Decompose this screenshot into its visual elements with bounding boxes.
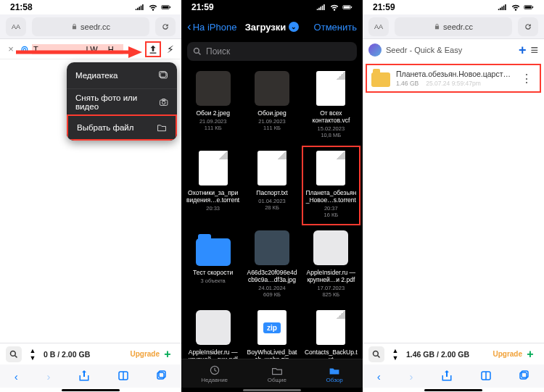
- file-thumb: [194, 70, 232, 107]
- upgrade-link[interactable]: Upgrade: [493, 350, 522, 358]
- share-button[interactable]: [442, 370, 452, 383]
- status-bar: 21:58: [0, 0, 181, 14]
- home-indicator: [181, 388, 363, 392]
- search-button[interactable]: [368, 346, 384, 362]
- address-bar[interactable]: seedr.cc: [32, 17, 149, 36]
- add-button[interactable]: +: [522, 348, 538, 361]
- file-more-button[interactable]: ⋮: [518, 72, 535, 86]
- file-item[interactable]: AppleInsider.ru — крупней…сии.pdf23.08.2…: [184, 306, 242, 359]
- file-item[interactable]: A66d3c20f096e4d cb9c9a…df3a.jpg24.01.202…: [243, 226, 300, 304]
- back-button[interactable]: ‹: [377, 370, 381, 383]
- forward-button[interactable]: ›: [46, 370, 50, 383]
- file-meta: 21.09.2023111 КБ: [258, 118, 286, 131]
- file-item[interactable]: Обои.jpeg21.09.2023111 КБ: [243, 67, 300, 145]
- lock-icon: [434, 23, 440, 30]
- add-button[interactable]: +: [519, 43, 527, 58]
- add-button[interactable]: +: [160, 348, 176, 361]
- safari-nav: ‹ ›: [0, 364, 181, 388]
- menu-media-library[interactable]: Медиатека: [67, 62, 177, 88]
- file-grid: Обои 2.jpeg21.09.2023111 КБОбои.jpeg21.0…: [181, 67, 363, 359]
- flash-icon[interactable]: ⚡︎: [164, 43, 177, 55]
- address-bar[interactable]: seedr.cc: [395, 17, 512, 36]
- file-item[interactable]: Планета_обезьян _Новое…s.torrent20:3716 …: [302, 146, 360, 225]
- svg-point-18: [194, 49, 199, 54]
- file-row[interactable]: Планета.обезьян.Новое.царствоWE… 1.46 GB…: [366, 64, 541, 93]
- file-item[interactable]: Contacts_BackUp.t xt30.05.2023: [302, 306, 360, 359]
- file-item[interactable]: AppleInsider.ru — крупней…и 2.pdf17.07.2…: [302, 226, 360, 304]
- back-button[interactable]: ‹: [15, 370, 18, 383]
- search-field[interactable]: Поиск: [187, 42, 357, 61]
- file-name: AppleInsider.ru — крупней…сии.pdf: [186, 349, 240, 359]
- file-thumb: [312, 70, 350, 107]
- file-item[interactable]: zipBoyWhoLived_bat ch_webp.zip2.09.2023: [243, 306, 300, 359]
- home-indicator: [363, 388, 544, 392]
- file-item[interactable]: Обои 2.jpeg21.09.2023111 КБ: [184, 67, 242, 145]
- svg-point-7: [162, 101, 165, 104]
- file-picker-header: ‹На iPhone Загрузки⌄ Отменить: [181, 14, 363, 39]
- url-host: seedr.cc: [443, 22, 473, 31]
- sort-button[interactable]: ▲▼: [389, 346, 402, 362]
- refresh-button[interactable]: [518, 17, 538, 36]
- svg-point-24: [374, 351, 379, 356]
- sort-button[interactable]: ▲▼: [26, 346, 39, 362]
- status-bar: 21:59: [363, 0, 544, 14]
- annotation-arrow: [16, 46, 143, 59]
- status-time: 21:58: [10, 2, 33, 12]
- upgrade-link[interactable]: Upgrade: [130, 350, 160, 358]
- file-name: Обои.jpeg: [257, 110, 286, 117]
- folder-title[interactable]: Загрузки⌄: [245, 22, 300, 33]
- upload-button[interactable]: [145, 41, 161, 57]
- file-name: Охотники_за_при видения…e.torrent: [186, 190, 240, 204]
- safari-toolbar: AA seedr.cc: [0, 14, 181, 39]
- tabs-button[interactable]: [157, 370, 167, 383]
- search-button[interactable]: [6, 346, 22, 362]
- folder-icon: [371, 72, 390, 87]
- status-time: 21:59: [373, 2, 395, 12]
- svg-rect-22: [525, 6, 532, 8]
- file-thumb: [194, 149, 232, 187]
- storage-usage: 0 B / 2.00 GB: [44, 350, 130, 359]
- bookmarks-button[interactable]: [118, 370, 128, 383]
- storage-usage: 1.46 GB / 2.00 GB: [406, 350, 493, 359]
- file-item[interactable]: Паспорт.txt01.04.202328 КБ: [243, 146, 300, 225]
- text-size-button[interactable]: AA: [6, 17, 26, 36]
- menu-button[interactable]: ≡: [530, 43, 538, 57]
- back-button[interactable]: ‹На iPhone: [187, 20, 245, 34]
- share-button[interactable]: [79, 370, 89, 383]
- file-meta: 17.07.2023825 КБ: [318, 285, 345, 298]
- bookmarks-button[interactable]: [481, 370, 491, 383]
- file-item[interactable]: Охотники_за_при видения…e.torrent20:33: [184, 146, 242, 225]
- file-item[interactable]: От всех контактов.vcf15.02.202310,8 МБ: [302, 67, 360, 145]
- safari-toolbar: AA seedr.cc: [363, 14, 544, 39]
- storage-bar: ▲▼ 1.46 GB / 2.00 GB Upgrade +: [363, 343, 544, 364]
- file-meta: 3 объекта: [201, 278, 226, 284]
- tab-recent[interactable]: Недавние: [201, 364, 228, 383]
- text-size-button[interactable]: AA: [368, 17, 389, 36]
- file-name: A66d3c20f096e4d cb9c9a…df3a.jpg: [245, 270, 299, 284]
- file-thumb: [312, 309, 350, 346]
- forward-button[interactable]: ›: [409, 370, 413, 383]
- file-thumb: [194, 229, 232, 267]
- file-item[interactable]: Тест скорости3 объекта: [184, 226, 242, 304]
- refresh-button[interactable]: [155, 17, 176, 36]
- file-name: От всех контактов.vcf: [304, 110, 358, 125]
- menu-take-photo[interactable]: Снять фото или видео: [67, 88, 177, 114]
- menu-choose-file[interactable]: Выбрать файл: [67, 114, 177, 141]
- screenshot-middle: 21:59 ‹На iPhone Загрузки⌄ Отменить Поис…: [181, 0, 363, 392]
- screenshot-right: 21:59 AA seedr.cc Seedr - Quick & Easy +…: [363, 0, 544, 392]
- svg-line-19: [199, 53, 201, 55]
- file-name: Тест скорости: [193, 270, 233, 277]
- file-meta: 24.01.2024609 КБ: [258, 285, 286, 298]
- cancel-button[interactable]: Отменить: [299, 22, 357, 33]
- file-thumb: zip: [253, 309, 291, 346]
- tabs-button[interactable]: [519, 370, 529, 383]
- safari-nav: ‹ ›: [363, 364, 544, 388]
- app-header: Seedr - Quick & Easy + ≡: [363, 39, 544, 61]
- home-indicator: [0, 388, 181, 392]
- chevron-down-icon: ⌄: [289, 22, 299, 32]
- file-thumb: [312, 229, 350, 267]
- svg-line-10: [15, 355, 17, 357]
- tab-browse[interactable]: Обзор: [326, 364, 343, 383]
- file-name: Contacts_BackUp.t xt: [304, 349, 358, 359]
- tab-shared[interactable]: Общие: [268, 364, 287, 383]
